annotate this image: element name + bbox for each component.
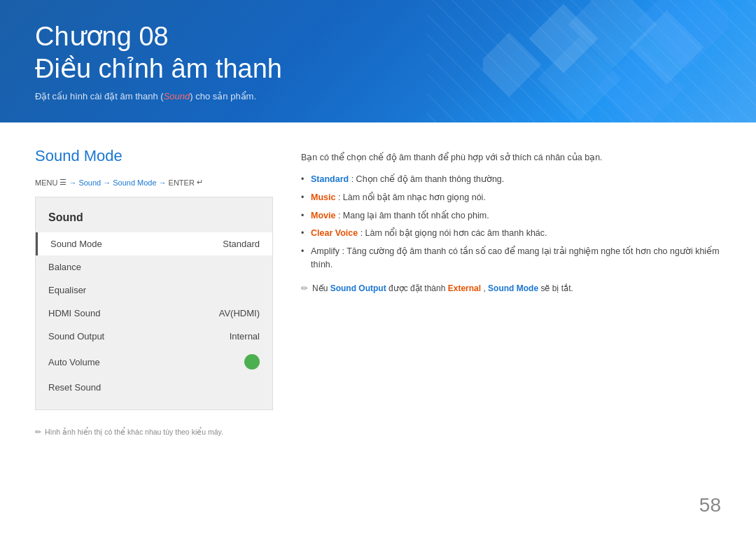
equaliser-label: Equaliser [48,285,86,295]
auto-volume-toggle[interactable] [244,354,260,370]
subtitle-post: ) cho sản phẩm. [190,91,256,101]
term-standard-text: : Chọn chế độ âm thanh thông thường. [351,174,505,184]
menu-label: MENU [35,178,57,187]
subtitle-pre: Đặt cấu hình cài đặt âm thanh ( [35,91,164,101]
section-title: Sound Mode [35,147,273,165]
term-amplify: Amplify [311,246,340,256]
intro-text: Bạn có thể chọn chế độ âm thanh để phù h… [301,150,721,164]
note-text: Nếu Sound Output được đặt thành External… [312,282,573,295]
note-sound-mode: Sound Mode [488,283,538,293]
header-subtitle: Đặt cấu hình cài đặt âm thanh (Sound) ch… [35,91,721,101]
footnote-left: ✏ Hình ảnh hiển thị có thể khác nhau tùy… [35,428,273,437]
menu-item-balance[interactable]: Balance [36,255,272,279]
hdmi-sound-label: HDMI Sound [48,308,100,318]
sound-menu-box: Sound Sound Mode Standard Balance Equali… [35,197,273,410]
bullet-list: Standard : Chọn chế độ âm thanh thông th… [301,173,721,272]
menu-icon: ☰ [59,178,66,187]
arrow-icon: → [69,178,76,187]
chapter-heading: Chương 08 Điều chỉnh âm thanh [35,21,721,85]
menu-item-auto-volume[interactable]: Auto Volume [36,348,272,376]
chapter-number: Chương 08 [35,21,721,53]
term-movie-text: : Mang lại âm thanh tốt nhất cho phim. [338,211,489,220]
note-mid: được đặt thành [388,283,448,293]
note-external: External [448,283,481,293]
reset-sound-label: Reset Sound [48,382,101,393]
bullet-clear-voice: Clear Voice : Làm nổi bật giọng nói hơn … [301,227,721,240]
bullet-music: Music : Làm nổi bật âm nhạc hơn giọng nó… [301,191,721,204]
hdmi-sound-value: AV(HDMI) [219,308,260,318]
left-column: Sound Mode MENU ☰ → Sound → Sound Mode →… [35,147,273,437]
note-pencil-icon: ✏ [301,282,308,295]
enter-icon: ↵ [197,178,203,187]
term-music: Music [311,192,335,202]
term-amplify-text: : Tăng cường độ âm thanh có tần số cao đ… [311,246,720,269]
arrow-icon: → [159,178,167,187]
header-banner: Chương 08 Điều chỉnh âm thanh Đặt cấu hì… [0,0,756,122]
sound-mode-value: Standard [223,239,260,249]
note-row: ✏ Nếu Sound Output được đặt thành Extern… [301,282,721,295]
footnote-left-text: Hình ảnh hiển thị có thể khác nhau tùy t… [45,428,223,437]
term-standard: Standard [311,174,349,184]
sound-mode-label: Sound Mode [50,239,102,249]
sound-link: Sound [78,178,101,187]
arrow-icon: → [103,178,111,187]
bullet-movie: Movie : Mang lại âm thanh tốt nhất cho p… [301,209,721,223]
note-post: sẽ bị tắt. [540,283,573,293]
pencil-icon: ✏ [35,428,41,437]
menu-item-reset-sound[interactable]: Reset Sound [36,376,272,399]
sound-mode-link: Sound Mode [113,178,156,187]
main-content: Sound Mode MENU ☰ → Sound → Sound Mode →… [0,122,756,461]
page-number: 58 [699,494,721,517]
sound-menu-title: Sound [36,208,272,232]
menu-item-sound-mode[interactable]: Sound Mode Standard [36,232,272,255]
menu-item-sound-output[interactable]: Sound Output Internal [36,325,272,348]
term-clear-voice: Clear Voice [311,228,358,238]
sound-output-label: Sound Output [48,331,104,342]
bullet-standard: Standard : Chọn chế độ âm thanh thông th… [301,173,721,186]
note-pre: Nếu [312,283,330,293]
chapter-title: Điều chỉnh âm thanh [35,53,721,85]
sound-output-value: Internal [230,331,260,342]
auto-volume-label: Auto Volume [48,357,100,367]
menu-item-hdmi-sound[interactable]: HDMI Sound AV(HDMI) [36,302,272,325]
note-sound-output: Sound Output [330,283,386,293]
enter-label: ENTER [169,178,195,187]
right-column: Bạn có thể chọn chế độ âm thanh để phù h… [301,147,721,437]
term-music-text: : Làm nổi bật âm nhạc hơn giọng nói. [338,192,486,202]
balance-label: Balance [48,262,81,272]
bullet-amplify: Amplify : Tăng cường độ âm thanh có tần … [301,245,721,272]
menu-path: MENU ☰ → Sound → Sound Mode → ENTER ↵ [35,178,273,187]
subtitle-highlight: Sound [164,91,190,101]
term-movie: Movie [311,211,335,220]
menu-item-equaliser[interactable]: Equaliser [36,279,272,302]
term-clear-voice-text: : Làm nổi bật giọng nói hơn các âm thanh… [360,228,547,238]
